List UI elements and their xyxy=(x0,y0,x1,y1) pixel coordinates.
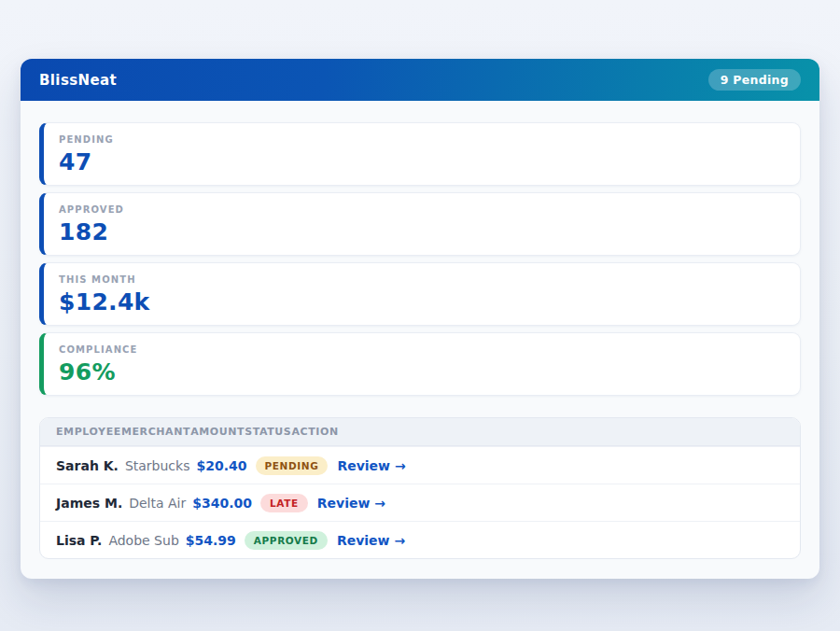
employee-name: Sarah K. xyxy=(56,458,119,473)
expense-dashboard-card: BlissNeat 9 Pending PENDING 47 APPROVED … xyxy=(21,59,819,579)
pending-count-badge: 9 Pending xyxy=(708,69,801,91)
stat-card-this-month: THIS MONTH $12.4k xyxy=(39,262,801,326)
column-header-employee: EMPLOYEE xyxy=(56,426,121,438)
status-badge: APPROVED xyxy=(245,531,328,550)
expense-amount: $340.00 xyxy=(192,496,252,511)
stat-label: PENDING xyxy=(59,134,785,145)
table-row: James M. Delta Air $340.00 LATE Review → xyxy=(40,484,800,521)
table-row: Lisa P. Adobe Sub $54.99 APPROVED Review… xyxy=(40,521,800,558)
stat-value: $12.4k xyxy=(59,288,785,316)
stat-label: THIS MONTH xyxy=(59,274,785,285)
app-title: BlissNeat xyxy=(39,72,117,89)
review-link[interactable]: Review → xyxy=(337,458,405,473)
stat-card-approved: APPROVED 182 xyxy=(39,192,801,256)
employee-name: Lisa P. xyxy=(56,533,102,548)
merchant-name: Adobe Sub xyxy=(108,533,178,548)
table-row: Sarah K. Starbucks $20.40 PENDING Review… xyxy=(40,446,800,484)
column-header-amount: AMOUNT xyxy=(190,426,245,438)
merchant-name: Delta Air xyxy=(129,496,186,511)
status-badge: PENDING xyxy=(256,456,329,475)
stat-value: 47 xyxy=(59,148,785,175)
merchant-name: Starbucks xyxy=(125,458,190,473)
stat-value: 182 xyxy=(59,218,785,245)
expense-table: EMPLOYEEMERCHANTAMOUNTSTATUSACTION Sarah… xyxy=(39,417,801,559)
card-header: BlissNeat 9 Pending xyxy=(21,59,819,101)
expense-amount: $54.99 xyxy=(186,533,236,548)
stat-card-compliance: COMPLIANCE 96% xyxy=(39,332,801,396)
column-header-action: ACTION xyxy=(291,426,338,438)
table-header-row: EMPLOYEEMERCHANTAMOUNTSTATUSACTION xyxy=(40,418,800,446)
expense-amount: $20.40 xyxy=(196,458,246,473)
stat-label: COMPLIANCE xyxy=(59,344,785,355)
employee-name: James M. xyxy=(56,496,122,511)
stat-label: APPROVED xyxy=(59,204,785,215)
stat-card-pending: PENDING 47 xyxy=(39,122,801,186)
column-header-status: STATUS xyxy=(245,426,291,438)
card-body: PENDING 47 APPROVED 182 THIS MONTH $12.4… xyxy=(21,101,819,579)
review-link[interactable]: Review → xyxy=(317,496,385,511)
column-header-merchant: MERCHANT xyxy=(121,426,190,438)
status-badge: LATE xyxy=(260,494,308,512)
stat-value: 96% xyxy=(59,358,785,386)
review-link[interactable]: Review → xyxy=(337,533,405,548)
